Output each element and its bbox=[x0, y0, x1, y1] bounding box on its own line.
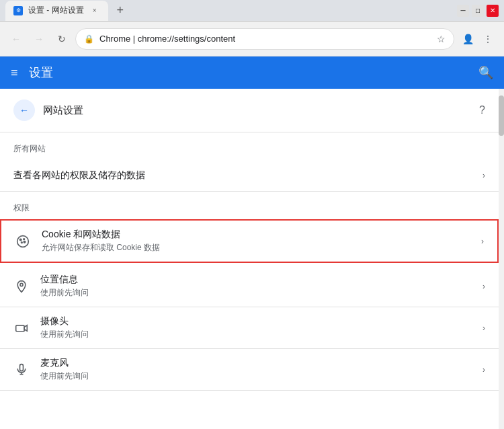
menu-button[interactable]: ⋮ bbox=[478, 30, 497, 48]
svg-rect-7 bbox=[20, 364, 24, 370]
mic-chevron-icon: › bbox=[482, 365, 485, 375]
minimize-button[interactable]: ─ bbox=[457, 5, 469, 17]
camera-item-subtitle: 使用前先询问 bbox=[40, 329, 472, 340]
all-sites-item[interactable]: 查看各网站的权限及储存的数据 › bbox=[0, 160, 499, 192]
camera-item-title: 摄像头 bbox=[40, 315, 472, 327]
forward-button[interactable]: → bbox=[30, 30, 48, 48]
mic-item-subtitle: 使用前先询问 bbox=[40, 370, 472, 382]
all-sites-label: 查看各网站的权限及储存的数据 bbox=[13, 169, 482, 182]
cookie-item-subtitle: 允许网站保存和读取 Cookie 数据 bbox=[42, 242, 470, 254]
tab-strip: ⚙ 设置 - 网站设置 × + bbox=[5, 1, 130, 21]
camera-permission-item[interactable]: 摄像头 使用前先询问 › bbox=[0, 307, 499, 349]
camera-item-content: 摄像头 使用前先询问 bbox=[40, 315, 472, 340]
page-title: 网站设置 bbox=[43, 104, 471, 117]
svg-point-3 bbox=[22, 241, 23, 243]
maximize-button[interactable]: □ bbox=[472, 5, 484, 17]
cookie-chevron-icon: › bbox=[481, 237, 484, 246]
help-icon[interactable]: ? bbox=[479, 104, 485, 116]
refresh-button[interactable]: ↻ bbox=[52, 30, 71, 48]
all-sites-section-label: 所有网站 bbox=[0, 132, 499, 160]
mic-icon bbox=[13, 362, 30, 378]
svg-point-4 bbox=[24, 241, 26, 243]
address-bar: ← → ↻ 🔒 Chrome | chrome://settings/conte… bbox=[0, 22, 504, 56]
svg-rect-6 bbox=[16, 325, 25, 331]
header-title: 设置 bbox=[29, 65, 53, 81]
svg-point-0 bbox=[17, 235, 29, 247]
page-header: ← 网站设置 ? bbox=[0, 89, 499, 132]
tab-close-button[interactable]: × bbox=[89, 5, 100, 16]
back-button[interactable]: ← bbox=[7, 30, 26, 48]
location-item-content: 位置信息 使用前先询问 bbox=[40, 274, 472, 299]
active-tab[interactable]: ⚙ 设置 - 网站设置 × bbox=[5, 1, 108, 21]
camera-chevron-icon: › bbox=[482, 323, 485, 333]
url-input[interactable]: 🔒 Chrome | chrome://settings/content ☆ bbox=[75, 28, 454, 50]
cookie-item-title: Cookie 和网站数据 bbox=[42, 229, 470, 241]
svg-point-2 bbox=[24, 238, 25, 239]
cookie-permission-item[interactable]: Cookie 和网站数据 允许网站保存和读取 Cookie 数据 › bbox=[0, 219, 499, 263]
new-tab-button[interactable]: + bbox=[111, 1, 130, 20]
location-icon bbox=[13, 278, 30, 295]
svg-point-1 bbox=[19, 239, 22, 241]
chrome-header: ≡ 设置 🔍 bbox=[0, 56, 504, 89]
all-sites-chevron-icon: › bbox=[482, 171, 485, 180]
secure-icon: 🔒 bbox=[84, 34, 94, 44]
url-text: Chrome | chrome://settings/content bbox=[99, 34, 431, 44]
mic-permission-item[interactable]: 麦克风 使用前先询问 › bbox=[0, 349, 499, 391]
cookie-icon bbox=[15, 233, 31, 249]
window-controls: ─ □ ✕ bbox=[457, 5, 499, 17]
profile-button[interactable]: 👤 bbox=[458, 30, 477, 48]
scrollbar-thumb[interactable] bbox=[499, 95, 504, 136]
camera-icon bbox=[13, 320, 30, 336]
cookie-item-content: Cookie 和网站数据 允许网站保存和读取 Cookie 数据 bbox=[42, 229, 470, 254]
title-bar: ⚙ 设置 - 网站设置 × + ─ □ ✕ bbox=[0, 0, 504, 22]
page-back-button[interactable]: ← bbox=[13, 100, 35, 121]
mic-item-title: 麦克风 bbox=[40, 357, 472, 369]
hamburger-icon[interactable]: ≡ bbox=[11, 66, 18, 80]
location-permission-item[interactable]: 位置信息 使用前先询问 › bbox=[0, 266, 499, 307]
content-area: ← 网站设置 ? 所有网站 查看各网站的权限及储存的数据 › 权限 bbox=[0, 89, 504, 429]
location-item-subtitle: 使用前先询问 bbox=[40, 287, 472, 299]
bookmark-star-icon[interactable]: ☆ bbox=[437, 34, 446, 44]
close-button[interactable]: ✕ bbox=[487, 5, 499, 17]
location-item-title: 位置信息 bbox=[40, 274, 472, 286]
search-icon[interactable]: 🔍 bbox=[478, 65, 493, 80]
permissions-section-label: 权限 bbox=[0, 192, 499, 217]
mic-item-content: 麦克风 使用前先询问 bbox=[40, 357, 472, 382]
tab-favicon: ⚙ bbox=[13, 6, 23, 15]
scrollbar[interactable] bbox=[499, 89, 504, 429]
tab-label: 设置 - 网站设置 bbox=[28, 5, 84, 16]
browser-actions: 👤 ⋮ bbox=[458, 30, 497, 48]
svg-point-5 bbox=[20, 283, 23, 286]
main-content: ← 网站设置 ? 所有网站 查看各网站的权限及储存的数据 › 权限 bbox=[0, 89, 499, 429]
location-chevron-icon: › bbox=[482, 282, 485, 291]
